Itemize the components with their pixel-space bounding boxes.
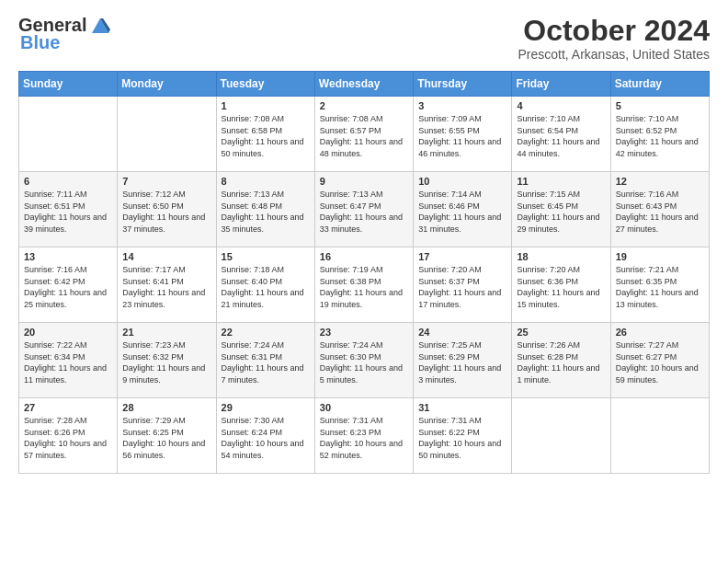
day-header-sunday: Sunday	[19, 72, 118, 97]
day-info: Sunrise: 7:25 AM Sunset: 6:29 PM Dayligh…	[418, 339, 506, 385]
day-number: 11	[517, 176, 605, 187]
day-info: Sunrise: 7:16 AM Sunset: 6:42 PM Dayligh…	[24, 264, 112, 310]
calendar-cell: 15Sunrise: 7:18 AM Sunset: 6:40 PM Dayli…	[216, 247, 314, 323]
day-info: Sunrise: 7:19 AM Sunset: 6:38 PM Dayligh…	[320, 264, 408, 310]
day-number: 31	[418, 402, 506, 413]
day-number: 21	[122, 327, 210, 338]
day-info: Sunrise: 7:17 AM Sunset: 6:41 PM Dayligh…	[122, 264, 210, 310]
day-info: Sunrise: 7:13 AM Sunset: 6:48 PM Dayligh…	[222, 189, 310, 235]
day-info: Sunrise: 7:15 AM Sunset: 6:45 PM Dayligh…	[517, 189, 605, 235]
day-info: Sunrise: 7:31 AM Sunset: 6:22 PM Dayligh…	[418, 415, 506, 461]
day-number: 15	[222, 251, 310, 262]
calendar-cell: 24Sunrise: 7:25 AM Sunset: 6:29 PM Dayli…	[414, 323, 512, 398]
day-header-monday: Monday	[118, 72, 216, 97]
day-info: Sunrise: 7:28 AM Sunset: 6:26 PM Dayligh…	[24, 415, 112, 461]
day-number: 8	[222, 176, 310, 187]
day-number: 30	[320, 402, 408, 413]
day-number: 17	[418, 251, 506, 262]
day-info: Sunrise: 7:11 AM Sunset: 6:51 PM Dayligh…	[24, 189, 112, 235]
calendar-cell: 9Sunrise: 7:13 AM Sunset: 6:47 PM Daylig…	[314, 172, 413, 247]
calendar-cell: 4Sunrise: 7:10 AM Sunset: 6:54 PM Daylig…	[512, 97, 610, 172]
calendar-cell: 20Sunrise: 7:22 AM Sunset: 6:34 PM Dayli…	[19, 323, 118, 398]
day-header-tuesday: Tuesday	[216, 72, 314, 97]
day-number: 24	[418, 327, 506, 338]
day-info: Sunrise: 7:20 AM Sunset: 6:37 PM Dayligh…	[418, 264, 506, 310]
calendar-week-4: 27Sunrise: 7:28 AM Sunset: 6:26 PM Dayli…	[19, 398, 710, 474]
day-info: Sunrise: 7:12 AM Sunset: 6:50 PM Dayligh…	[122, 189, 210, 235]
calendar-cell: 10Sunrise: 7:14 AM Sunset: 6:46 PM Dayli…	[414, 172, 512, 247]
day-number: 3	[418, 100, 506, 111]
calendar-cell: 12Sunrise: 7:16 AM Sunset: 6:43 PM Dayli…	[610, 172, 709, 247]
day-number: 19	[616, 251, 704, 262]
page-header: General Blue October 2024 Prescott, Arka…	[18, 15, 710, 62]
calendar-cell: 18Sunrise: 7:20 AM Sunset: 6:36 PM Dayli…	[512, 247, 610, 323]
calendar-cell: 31Sunrise: 7:31 AM Sunset: 6:22 PM Dayli…	[414, 398, 512, 474]
calendar-cell: 7Sunrise: 7:12 AM Sunset: 6:50 PM Daylig…	[118, 172, 216, 247]
calendar-cell: 16Sunrise: 7:19 AM Sunset: 6:38 PM Dayli…	[314, 247, 413, 323]
day-info: Sunrise: 7:24 AM Sunset: 6:30 PM Dayligh…	[320, 339, 408, 385]
day-info: Sunrise: 7:10 AM Sunset: 6:52 PM Dayligh…	[616, 113, 704, 159]
day-number: 9	[320, 176, 408, 187]
day-info: Sunrise: 7:09 AM Sunset: 6:55 PM Dayligh…	[418, 113, 506, 159]
calendar-cell: 21Sunrise: 7:23 AM Sunset: 6:32 PM Dayli…	[118, 323, 216, 398]
calendar-cell: 2Sunrise: 7:08 AM Sunset: 6:57 PM Daylig…	[314, 97, 413, 172]
title-block: October 2024 Prescott, Arkansas, United …	[518, 15, 710, 62]
calendar-table: SundayMondayTuesdayWednesdayThursdayFrid…	[18, 71, 710, 474]
day-header-wednesday: Wednesday	[314, 72, 413, 97]
logo-icon	[90, 17, 110, 35]
calendar-cell: 23Sunrise: 7:24 AM Sunset: 6:30 PM Dayli…	[314, 323, 413, 398]
day-info: Sunrise: 7:08 AM Sunset: 6:57 PM Dayligh…	[320, 113, 408, 159]
day-number: 27	[24, 402, 112, 413]
calendar-cell: 6Sunrise: 7:11 AM Sunset: 6:51 PM Daylig…	[19, 172, 118, 247]
calendar-week-1: 6Sunrise: 7:11 AM Sunset: 6:51 PM Daylig…	[19, 172, 710, 247]
calendar-cell: 19Sunrise: 7:21 AM Sunset: 6:35 PM Dayli…	[610, 247, 709, 323]
day-info: Sunrise: 7:16 AM Sunset: 6:43 PM Dayligh…	[616, 189, 704, 235]
calendar-cell	[512, 398, 610, 474]
day-info: Sunrise: 7:14 AM Sunset: 6:46 PM Dayligh…	[418, 189, 506, 235]
calendar-cell: 13Sunrise: 7:16 AM Sunset: 6:42 PM Dayli…	[19, 247, 118, 323]
calendar-cell: 22Sunrise: 7:24 AM Sunset: 6:31 PM Dayli…	[216, 323, 314, 398]
day-number: 5	[616, 100, 704, 111]
day-number: 26	[616, 327, 704, 338]
calendar-cell: 28Sunrise: 7:29 AM Sunset: 6:25 PM Dayli…	[118, 398, 216, 474]
day-info: Sunrise: 7:23 AM Sunset: 6:32 PM Dayligh…	[122, 339, 210, 385]
logo: General Blue	[18, 15, 110, 53]
day-number: 20	[24, 327, 112, 338]
calendar-cell: 5Sunrise: 7:10 AM Sunset: 6:52 PM Daylig…	[610, 97, 709, 172]
day-info: Sunrise: 7:20 AM Sunset: 6:36 PM Dayligh…	[517, 264, 605, 310]
day-number: 16	[320, 251, 408, 262]
day-number: 28	[122, 402, 210, 413]
day-info: Sunrise: 7:24 AM Sunset: 6:31 PM Dayligh…	[222, 339, 310, 385]
day-info: Sunrise: 7:10 AM Sunset: 6:54 PM Dayligh…	[517, 113, 605, 159]
calendar-cell: 29Sunrise: 7:30 AM Sunset: 6:24 PM Dayli…	[216, 398, 314, 474]
calendar-header-row: SundayMondayTuesdayWednesdayThursdayFrid…	[19, 72, 710, 97]
calendar-cell: 11Sunrise: 7:15 AM Sunset: 6:45 PM Dayli…	[512, 172, 610, 247]
calendar-cell	[19, 97, 118, 172]
day-number: 13	[24, 251, 112, 262]
location: Prescott, Arkansas, United States	[518, 47, 710, 62]
day-number: 22	[222, 327, 310, 338]
day-number: 25	[517, 327, 605, 338]
day-info: Sunrise: 7:22 AM Sunset: 6:34 PM Dayligh…	[24, 339, 112, 385]
logo-blue-text: Blue	[20, 32, 60, 53]
day-info: Sunrise: 7:30 AM Sunset: 6:24 PM Dayligh…	[222, 415, 310, 461]
day-number: 12	[616, 176, 704, 187]
calendar-cell: 17Sunrise: 7:20 AM Sunset: 6:37 PM Dayli…	[414, 247, 512, 323]
day-info: Sunrise: 7:26 AM Sunset: 6:28 PM Dayligh…	[517, 339, 605, 385]
day-number: 1	[222, 100, 310, 111]
day-number: 23	[320, 327, 408, 338]
day-header-friday: Friday	[512, 72, 610, 97]
day-info: Sunrise: 7:31 AM Sunset: 6:23 PM Dayligh…	[320, 415, 408, 461]
day-header-thursday: Thursday	[414, 72, 512, 97]
day-number: 10	[418, 176, 506, 187]
calendar-cell: 3Sunrise: 7:09 AM Sunset: 6:55 PM Daylig…	[414, 97, 512, 172]
day-number: 6	[24, 176, 112, 187]
calendar-cell: 27Sunrise: 7:28 AM Sunset: 6:26 PM Dayli…	[19, 398, 118, 474]
day-info: Sunrise: 7:29 AM Sunset: 6:25 PM Dayligh…	[122, 415, 210, 461]
calendar-cell: 30Sunrise: 7:31 AM Sunset: 6:23 PM Dayli…	[314, 398, 413, 474]
calendar-cell: 14Sunrise: 7:17 AM Sunset: 6:41 PM Dayli…	[118, 247, 216, 323]
day-number: 7	[122, 176, 210, 187]
day-number: 2	[320, 100, 408, 111]
calendar-cell: 25Sunrise: 7:26 AM Sunset: 6:28 PM Dayli…	[512, 323, 610, 398]
calendar-week-3: 20Sunrise: 7:22 AM Sunset: 6:34 PM Dayli…	[19, 323, 710, 398]
